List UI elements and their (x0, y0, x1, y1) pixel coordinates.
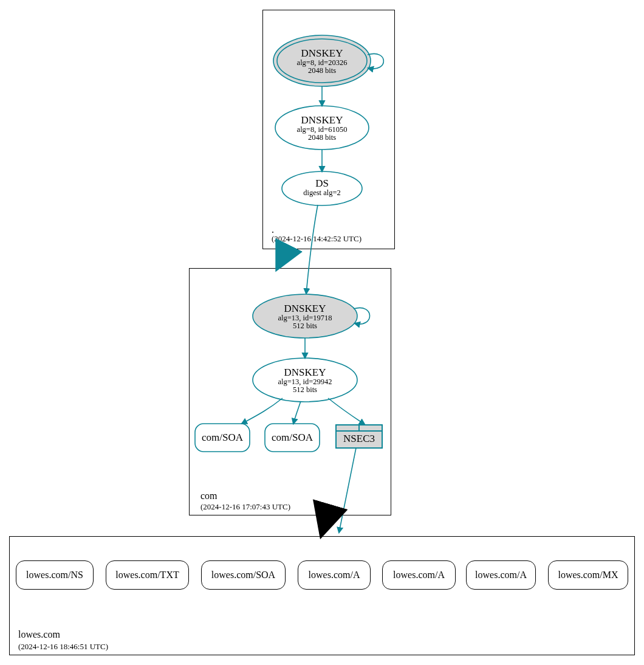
zone-lowes-ts: (2024-12-16 18:46:51 UTC) (18, 642, 108, 652)
zone-com (189, 268, 391, 515)
zone-lowes (9, 536, 635, 655)
zone-com-ts: (2024-12-16 17:07:43 UTC) (200, 502, 290, 512)
rrset-lowes-txt: lowes.com/TXT (106, 560, 189, 590)
zone-root-ts: (2024-12-16 14:42:52 UTC) (272, 234, 361, 244)
rrset-lowes-a1: lowes.com/A (298, 560, 371, 590)
rrset-lowes-a2: lowes.com/A (382, 560, 456, 590)
rrset-lowes-ns: lowes.com/NS (16, 560, 94, 590)
edge-root-to-com-zone (279, 248, 287, 264)
rrset-lowes-a3: lowes.com/A (466, 560, 536, 590)
rrset-lowes-mx: lowes.com/MX (548, 560, 628, 590)
rrset-lowes-soa: lowes.com/SOA (201, 560, 286, 590)
edge-com-to-lowes-zone (323, 514, 327, 529)
zone-lowes-name: lowes.com (18, 629, 60, 640)
zone-com-name: com (200, 490, 218, 501)
zone-root (262, 10, 395, 249)
